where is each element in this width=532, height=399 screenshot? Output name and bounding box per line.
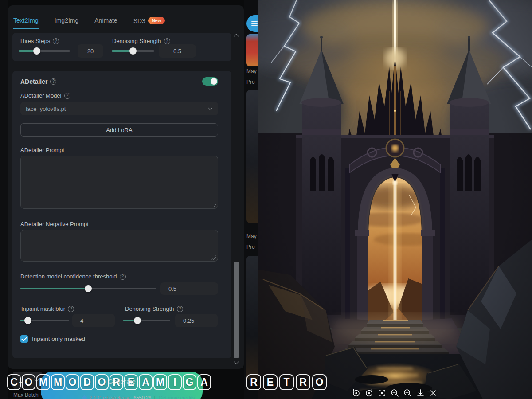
adetailer-negative-prompt-textarea[interactable]	[20, 230, 218, 262]
inpaint-mask-blur-value[interactable]: 4	[72, 314, 115, 327]
scrollbar-thumb[interactable]	[234, 262, 239, 358]
overlay-letter: R	[246, 374, 261, 390]
help-icon[interactable]: ?	[177, 306, 183, 312]
history-menu-button[interactable]	[246, 15, 258, 32]
credits-row: 2.2 Credits/release 6550.26 | Get more c…	[82, 395, 195, 399]
overlay-letter: O	[312, 374, 327, 390]
add-lora-button[interactable]: Add LoRA	[20, 123, 218, 137]
overlay-letter: D	[80, 374, 94, 390]
adetailer-prompt-textarea[interactable]	[20, 156, 218, 209]
help-icon[interactable]: ?	[120, 274, 126, 280]
adetailer-denoising-value[interactable]: 0.25	[175, 314, 218, 327]
history-thumbnail[interactable]	[246, 90, 258, 223]
inpaint-only-masked-label: Inpaint only masked	[32, 336, 85, 342]
close-icon[interactable]	[429, 388, 438, 398]
help-icon[interactable]: ?	[64, 93, 70, 99]
adetailer-model-select[interactable]: face_yolov8s.pt	[20, 102, 218, 115]
overlay-letter: E	[124, 374, 138, 390]
help-icon[interactable]: ?	[50, 78, 56, 85]
menu-icon	[251, 25, 258, 26]
history-item-date: May	[246, 233, 257, 239]
adetailer-negative-prompt-label: ADetailer Negative Prompt	[20, 221, 89, 227]
download-icon[interactable]	[416, 388, 425, 398]
zoom-in-icon[interactable]	[403, 388, 412, 398]
tab-sd3[interactable]: SD3 New	[133, 17, 165, 28]
denoising-strength-label: Denoising Strength ?	[112, 38, 170, 44]
adetailer-denoising-label: Denoising Strength ?	[125, 305, 183, 312]
denoising-strength-slider[interactable]	[112, 50, 154, 52]
toggle-knob	[211, 78, 217, 85]
overlay-letter: M	[153, 374, 167, 390]
overlay-letter: M	[36, 374, 50, 390]
overlay-letter: O	[66, 374, 79, 390]
denoising-strength-value[interactable]: 0.5	[159, 44, 196, 58]
overlay-letter: O	[22, 374, 35, 390]
image-viewer[interactable]	[258, 0, 532, 399]
help-icon[interactable]: ?	[53, 38, 59, 44]
left-rail	[0, 0, 8, 399]
tab-text2img[interactable]: Text2Img	[13, 17, 39, 29]
settings-panel: Text2Img Img2Img Animate SD3 New Hires S…	[8, 5, 244, 369]
history-item-sub: Pro	[246, 79, 255, 85]
confidence-threshold-label: Detection model confidence threshold ?	[20, 273, 126, 280]
overlay-word-commodore: C O M M O D O R E	[7, 374, 138, 390]
credits-divider: |	[154, 395, 156, 399]
adetailer-model-value: face_yolov8s.pt	[26, 106, 66, 112]
overlay-letter: A	[139, 374, 153, 390]
mode-tabs: Text2Img Img2Img Animate SD3 New	[13, 17, 165, 29]
chevron-down-icon	[208, 106, 213, 110]
history-thumbnail[interactable]	[246, 34, 258, 66]
history-item-sub: Pro	[246, 244, 255, 250]
tab-sd3-label: SD3	[133, 17, 145, 24]
zoom-out-icon[interactable]	[390, 388, 399, 398]
hires-steps-slider[interactable]	[19, 50, 70, 52]
overlay-letter: M	[51, 374, 65, 390]
overlay-letter: T	[279, 374, 294, 390]
hires-steps-label: Hires Steps ?	[20, 38, 59, 44]
adetailer-section: ADetailer ? ADetailer Model ? face_yolov…	[12, 71, 231, 358]
overlay-letter: A	[197, 374, 211, 390]
overlay-word-retro: R E T R O	[246, 374, 327, 390]
overlay-letter: E	[263, 374, 278, 390]
hires-section: Hires Steps ? 20 Denoising Strength ? 0.…	[12, 33, 231, 61]
overlay-word-amiga: A M I G A	[139, 374, 211, 390]
help-icon[interactable]: ?	[68, 306, 74, 312]
adetailer-prompt-label: ADetailer Prompt	[20, 147, 64, 153]
adetailer-model-label: ADetailer Model ?	[20, 92, 70, 99]
help-icon[interactable]: ?	[164, 38, 170, 44]
coin-icon	[82, 395, 87, 399]
history-item-date: May	[246, 68, 257, 74]
overlay-letter: I	[168, 374, 182, 390]
confidence-threshold-value[interactable]: 0.5	[160, 282, 218, 295]
get-more-credits-link[interactable]: Get more credits	[159, 395, 195, 399]
max-batch-label: Max Batch	[13, 392, 39, 398]
menu-icon	[251, 21, 258, 22]
history-thumbnail[interactable]	[246, 256, 258, 380]
tab-img2img[interactable]: Img2Img	[55, 17, 78, 28]
new-badge: New	[148, 17, 165, 24]
credits-per-label: 2.2 Credits/release	[90, 395, 130, 399]
inpaint-mask-blur-slider[interactable]	[20, 320, 69, 321]
hires-steps-value[interactable]: 20	[78, 44, 103, 58]
credits-balance: 6550.26	[133, 395, 151, 399]
overlay-letter: O	[95, 374, 109, 390]
tab-animate[interactable]: Animate	[94, 17, 117, 28]
inpaint-only-masked-checkbox[interactable]	[20, 335, 28, 343]
overlay-letter: C	[7, 374, 21, 390]
actual-size-icon[interactable]	[377, 388, 387, 398]
confidence-threshold-slider[interactable]	[20, 288, 156, 289]
adetailer-title: ADetailer ?	[20, 78, 56, 85]
history-panel: May Pro May Pro	[244, 0, 258, 399]
adetailer-toggle[interactable]	[202, 77, 218, 86]
overlay-letter: R	[110, 374, 123, 390]
overlay-letter: R	[296, 374, 310, 390]
generated-image[interactable]	[258, 0, 532, 399]
menu-icon	[251, 23, 258, 24]
inpaint-mask-blur-label: Inpaint mask blur ?	[21, 305, 74, 312]
viewer-controls	[352, 388, 438, 398]
overlay-letter: G	[183, 374, 196, 390]
rotate-right-icon[interactable]	[364, 388, 374, 398]
adetailer-denoising-slider[interactable]	[123, 320, 170, 321]
rotate-left-icon[interactable]	[352, 388, 361, 398]
app: Text2Img Img2Img Animate SD3 New Hires S…	[0, 0, 532, 399]
